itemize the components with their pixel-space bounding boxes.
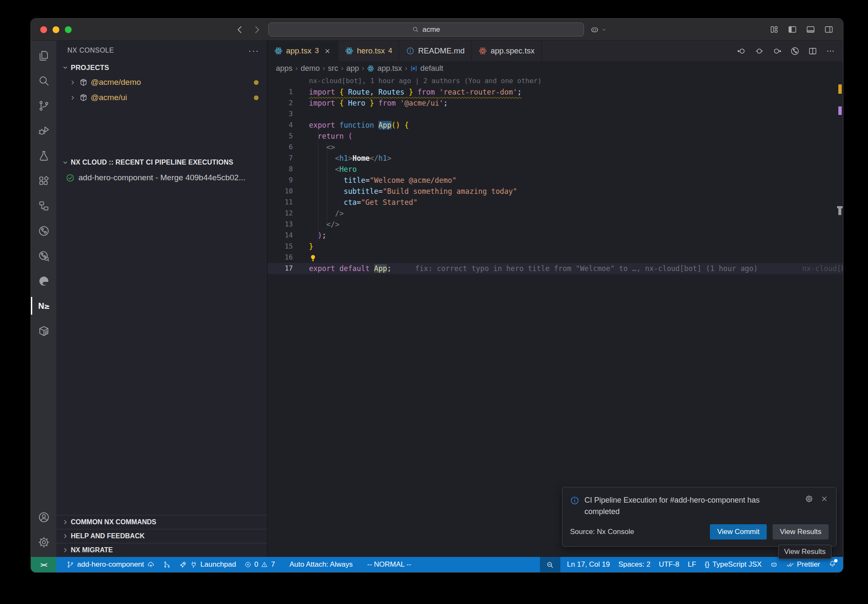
split-editor-icon[interactable]: [808, 46, 818, 56]
explorer-icon[interactable]: [31, 45, 56, 66]
notification-settings-gear-icon[interactable]: [805, 495, 813, 503]
tab-app-tsx[interactable]: app.tsx 3: [267, 41, 338, 61]
search-view-icon[interactable]: [31, 70, 56, 91]
chevron-right-icon: [61, 546, 69, 554]
problems-status[interactable]: 0 7: [240, 557, 279, 572]
chevron-right-icon: [69, 79, 76, 86]
error-icon: [245, 561, 251, 568]
encoding-status[interactable]: UTF-8: [655, 557, 684, 572]
notification-close-icon[interactable]: [820, 495, 829, 503]
cursor-position-status[interactable]: Ln 17, Col 19: [563, 557, 614, 572]
code-editor[interactable]: nx-cloud[bot], 1 hour ago | 2 authors (Y…: [267, 76, 843, 557]
breadcrumb-file[interactable]: app.tsx: [377, 64, 402, 73]
info-icon: [406, 47, 415, 55]
remote-indicator[interactable]: ><: [31, 557, 56, 572]
settings-gear-icon[interactable]: [31, 531, 56, 553]
containers-icon[interactable]: [31, 320, 56, 341]
modified-dot: [254, 95, 259, 100]
run-debug-icon[interactable]: [31, 120, 56, 141]
source-control-icon[interactable]: [31, 95, 56, 116]
ruler-cursor-mark: [838, 208, 841, 215]
customize-layout-icon[interactable]: [769, 25, 779, 34]
change-marker-icon[interactable]: [754, 46, 764, 56]
chevron-right-icon: [69, 94, 76, 101]
run-ci-pipeline-icon[interactable]: [790, 46, 800, 56]
breadcrumb-src[interactable]: src: [328, 64, 338, 73]
breadcrumb-apps[interactable]: apps: [276, 64, 292, 73]
edge-browser-icon[interactable]: [31, 270, 56, 291]
indentation-status[interactable]: Spaces: 2: [614, 557, 655, 572]
extensions-icon[interactable]: [31, 170, 56, 191]
vim-mode-status[interactable]: -- NORMAL --: [363, 557, 415, 572]
toggle-primary-sidebar-icon[interactable]: [787, 25, 797, 34]
search-value: acme: [423, 25, 440, 34]
toggle-secondary-sidebar-icon[interactable]: [824, 25, 834, 34]
more-actions-icon[interactable]: [826, 46, 835, 56]
copilot-menu[interactable]: [590, 25, 607, 34]
code-line: 4 export function App() {: [267, 120, 843, 131]
next-change-icon[interactable]: [772, 46, 782, 56]
breadcrumb-app[interactable]: app: [346, 64, 359, 73]
ruler-mark: [838, 106, 842, 115]
account-icon[interactable]: [31, 506, 56, 528]
close-window-button[interactable]: [40, 26, 47, 33]
tab-hero-tsx[interactable]: hero.tsx 4: [338, 41, 399, 61]
git-branch-status[interactable]: add-hero-component: [62, 557, 159, 572]
auto-attach-status[interactable]: Auto Attach: Always: [285, 557, 357, 572]
common-nx-commands-section[interactable]: COMMON NX COMMANDS: [56, 515, 267, 529]
testing-icon[interactable]: [31, 145, 56, 166]
breadcrumb-demo[interactable]: demo: [300, 64, 320, 73]
formatter-status[interactable]: Prettier: [782, 557, 824, 572]
eol-status[interactable]: LF: [684, 557, 701, 572]
overview-ruler[interactable]: [837, 76, 843, 557]
navigate-forward-icon[interactable]: [251, 24, 262, 35]
chevron-down-icon: [601, 27, 607, 33]
projects-section-header[interactable]: PROJECTS: [56, 60, 267, 75]
references-icon[interactable]: [31, 195, 56, 216]
tab-readme-md[interactable]: README.md: [399, 41, 472, 61]
breadcrumb: apps› demo› src› app› app.tsx› default: [267, 61, 843, 76]
copilot-status[interactable]: [766, 557, 782, 572]
tab-badge: 4: [388, 47, 392, 55]
launchpad-status[interactable]: Launchpad: [175, 557, 240, 572]
nx-console-icon[interactable]: N≥: [31, 295, 56, 316]
svg-text:N: N: [38, 302, 44, 310]
nx-migrate-section[interactable]: NX MIGRATE: [56, 543, 267, 557]
minimize-window-button[interactable]: [53, 26, 59, 33]
zoom-out-icon: [546, 561, 554, 569]
cloud-upload-icon: [147, 561, 155, 568]
zoom-out-indicator[interactable]: [540, 557, 560, 572]
lightbulb-icon[interactable]: [309, 254, 317, 262]
nx-cloud-section-header[interactable]: NX CLOUD :: RECENT CI PIPELINE EXECUTION…: [56, 155, 267, 170]
prev-change-icon[interactable]: [737, 46, 746, 56]
sidebar-more-actions-icon[interactable]: ···: [248, 46, 259, 56]
tab-app-spec-tsx[interactable]: app.spec.tsx: [472, 41, 542, 61]
react-icon: [345, 47, 353, 55]
nx-console-sidebar: NX CONSOLE ··· PROJECTS @acme/demo @acme…: [56, 41, 267, 557]
git-graph-status[interactable]: [159, 557, 175, 572]
zoom-window-button[interactable]: [65, 26, 72, 33]
ci-pipeline-search-icon[interactable]: [31, 245, 56, 266]
breadcrumb-symbol[interactable]: default: [420, 64, 443, 73]
package-icon: [79, 93, 88, 102]
code-line: 7 <h1>Home</h1>: [267, 153, 843, 164]
close-tab-icon[interactable]: [324, 48, 331, 55]
git-graph-icon: [163, 561, 171, 568]
navigate-back-icon[interactable]: [234, 24, 245, 35]
code-line: 3: [267, 109, 843, 120]
help-and-feedback-section[interactable]: HELP AND FEEDBACK: [56, 529, 267, 543]
notifications-bell[interactable]: [824, 557, 843, 572]
view-commit-button[interactable]: View Commit: [710, 524, 767, 540]
view-results-button[interactable]: View Results: [773, 524, 829, 540]
notification-message: CI Pipeline Execution for #add-hero-comp…: [584, 495, 800, 517]
status-bar: >< add-hero-component Launchpad 0 7 Auto…: [31, 557, 843, 572]
toggle-panel-icon[interactable]: [806, 25, 815, 34]
code-line: 6 <>: [267, 142, 843, 153]
command-center-search[interactable]: acme: [268, 22, 584, 36]
pipeline-execution-item[interactable]: add-hero-component - Merge 409b44e5cb02.…: [56, 170, 267, 186]
project-item-acme-demo[interactable]: @acme/demo: [56, 75, 267, 90]
language-mode-status[interactable]: {} TypeScript JSX: [701, 557, 766, 572]
react-icon: [274, 47, 283, 55]
ci-pipeline-icon[interactable]: [31, 220, 56, 241]
project-item-acme-ui[interactable]: @acme/ui: [56, 90, 267, 105]
